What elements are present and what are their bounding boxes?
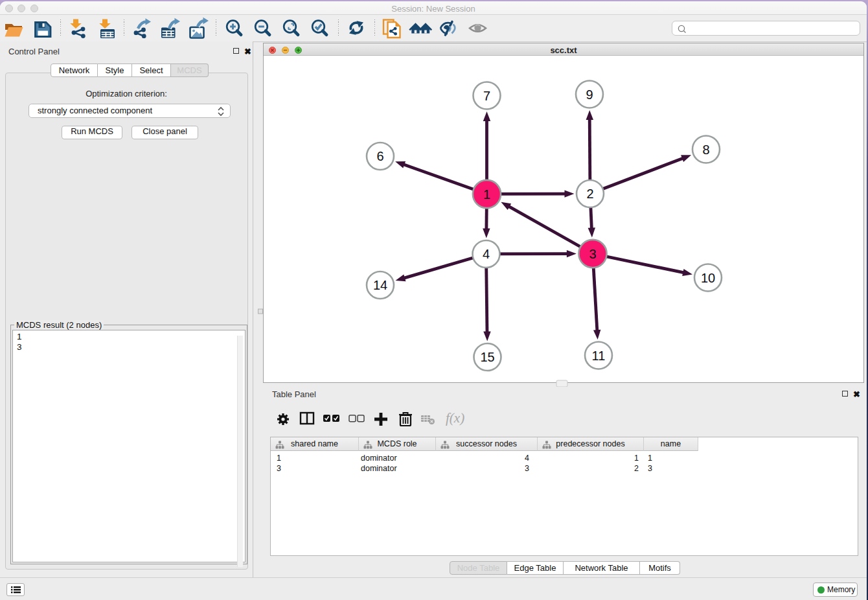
svg-text:7: 7 (483, 89, 490, 103)
svg-text:3: 3 (589, 247, 596, 261)
svg-text:4: 4 (483, 247, 490, 261)
svg-text:6: 6 (376, 149, 383, 163)
svg-text:1: 1 (483, 187, 490, 202)
svg-text:15: 15 (480, 350, 494, 364)
svg-text:2: 2 (586, 187, 593, 201)
svg-text:11: 11 (592, 349, 606, 363)
svg-text:8: 8 (702, 143, 709, 157)
svg-text:9: 9 (586, 87, 593, 102)
svg-text:14: 14 (373, 278, 387, 292)
svg-text:10: 10 (701, 271, 715, 285)
